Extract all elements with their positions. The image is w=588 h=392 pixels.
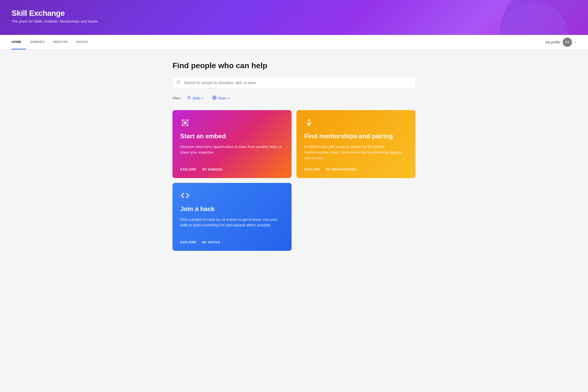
svg-point-10 bbox=[187, 125, 188, 126]
cards-grid: Start an embed Discover short-term oppor… bbox=[172, 110, 416, 251]
my-hacks-button[interactable]: MY HACKS bbox=[202, 240, 220, 244]
svg-point-11 bbox=[308, 119, 310, 121]
filter-label: Filter: bbox=[172, 96, 181, 100]
search-icon bbox=[176, 80, 181, 86]
svg-line-15 bbox=[307, 123, 308, 124]
nav-mentor[interactable]: MENTOR bbox=[49, 35, 72, 50]
embed-card-description: Discover short-term opportunities to lea… bbox=[180, 144, 284, 161]
mentor-card: Find mentorships and pairing Problem-sol… bbox=[296, 110, 416, 178]
team-filter-icon bbox=[212, 96, 216, 101]
embed-icon bbox=[180, 118, 190, 128]
profile-menu[interactable]: My profile CC ▾ bbox=[546, 38, 576, 47]
team-filter[interactable]: Team ▾ bbox=[209, 94, 232, 102]
mentor-icon bbox=[304, 118, 314, 128]
profile-label: My profile bbox=[546, 40, 560, 44]
explore-mentor-button[interactable]: EXPLORE bbox=[304, 168, 320, 171]
mentor-card-actions: EXPLORE MY MENTORSHIPS bbox=[304, 168, 408, 171]
svg-line-1 bbox=[179, 83, 180, 84]
skills-chevron-icon: ▾ bbox=[202, 97, 204, 100]
svg-point-7 bbox=[182, 120, 184, 121]
hero-banner: Skill Exchange The place for Skills, Emb… bbox=[0, 0, 588, 35]
explore-hack-button[interactable]: EXPLORE bbox=[180, 240, 196, 244]
hack-card-actions: EXPLORE MY HACKS bbox=[180, 240, 284, 244]
team-filter-label: Team bbox=[218, 96, 226, 100]
skills-filter-icon bbox=[187, 96, 191, 101]
search-input[interactable] bbox=[172, 77, 416, 88]
hero-subtitle: The place for Skills, Embeds, Mentorship… bbox=[12, 19, 576, 23]
mentor-card-title: Find mentorships and pairing bbox=[304, 132, 408, 140]
hack-card-description: Find a project to hack on, or a team to … bbox=[180, 216, 284, 234]
hero-title: Skill Exchange bbox=[12, 9, 576, 18]
hack-card-title: Join a hack bbox=[180, 205, 284, 213]
nav-embeds[interactable]: EMBEDS bbox=[26, 35, 49, 50]
skills-filter[interactable]: Skills ▾ bbox=[184, 94, 206, 102]
search-wrapper bbox=[172, 77, 416, 88]
svg-point-8 bbox=[187, 120, 188, 121]
main-content: Find people who can help Filter: Skills … bbox=[167, 50, 421, 266]
chevron-down-icon: ▾ bbox=[575, 40, 576, 44]
skills-filter-label: Skills bbox=[192, 96, 200, 100]
embed-card: Start an embed Discover short-term oppor… bbox=[172, 110, 292, 178]
nav-links: HOME EMBEDS MENTOR HACKS bbox=[12, 35, 546, 50]
svg-line-16 bbox=[310, 123, 312, 124]
explore-embed-button[interactable]: EXPLORE bbox=[180, 168, 196, 171]
nav-home[interactable]: HOME bbox=[12, 35, 26, 50]
page-title: Find people who can help bbox=[172, 61, 416, 70]
my-mentorships-button[interactable]: MY MENTORSHIPS bbox=[326, 168, 356, 171]
filters-bar: Filter: Skills ▾ Team ▾ bbox=[172, 94, 416, 102]
svg-point-2 bbox=[188, 96, 190, 98]
svg-point-6 bbox=[184, 122, 186, 124]
hack-icon bbox=[180, 191, 190, 200]
avatar: CC bbox=[563, 38, 572, 47]
svg-point-9 bbox=[182, 125, 184, 126]
embed-card-title: Start an embed bbox=[180, 132, 284, 140]
team-chevron-icon: ▾ bbox=[228, 97, 229, 100]
mentor-card-description: Problem-solve with a pair or search for … bbox=[304, 144, 408, 161]
main-nav: HOME EMBEDS MENTOR HACKS My profile CC ▾ bbox=[0, 35, 588, 50]
my-embeds-button[interactable]: MY EMBEDS bbox=[202, 168, 222, 171]
hack-card: Join a hack Find a project to hack on, o… bbox=[172, 183, 292, 251]
embed-card-actions: EXPLORE MY EMBEDS bbox=[180, 168, 284, 171]
nav-hacks[interactable]: HACKS bbox=[72, 35, 93, 50]
